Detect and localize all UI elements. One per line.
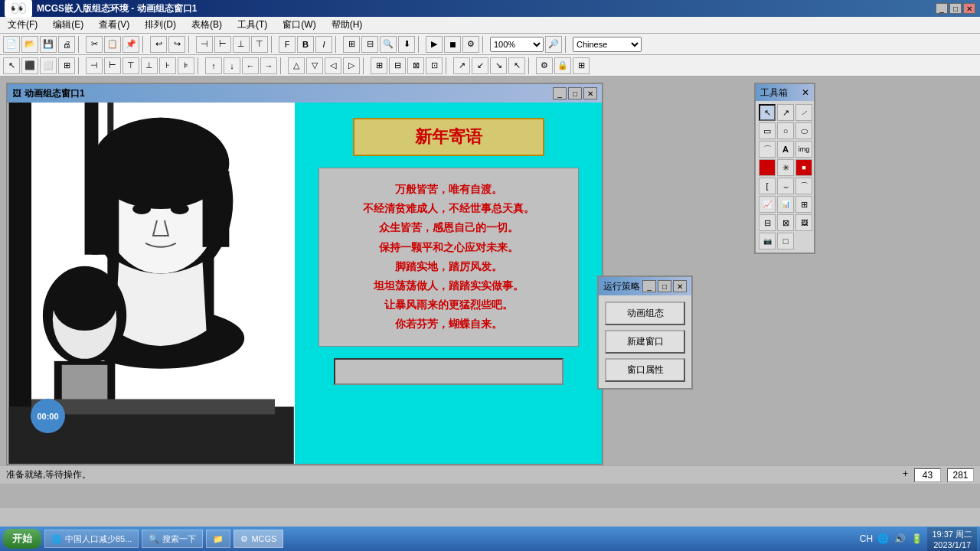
tool-chart-line[interactable]: 📈 xyxy=(759,196,776,213)
close-button[interactable]: ✕ xyxy=(963,3,975,14)
tool-grid2[interactable]: ⊟ xyxy=(759,214,776,231)
zoom-icon[interactable]: 🔎 xyxy=(545,36,562,53)
strategy-minimize[interactable]: _ xyxy=(642,280,656,292)
window-controls[interactable]: _ □ ✕ xyxy=(936,3,975,14)
tool-arc2[interactable]: ⌒ xyxy=(795,178,812,194)
tool5[interactable]: ⊣ xyxy=(86,57,103,74)
new-button[interactable]: 📄 xyxy=(3,36,20,53)
copy-button[interactable]: 📋 xyxy=(104,36,121,53)
tool6[interactable]: ⊢ xyxy=(104,57,121,74)
tool-picture[interactable]: 🖼 xyxy=(795,214,812,231)
tool15[interactable]: △ xyxy=(288,57,305,74)
tool-rect[interactable]: ▭ xyxy=(759,122,776,139)
window-properties-button[interactable]: 窗口属性 xyxy=(605,358,685,382)
tool19[interactable]: ⊞ xyxy=(371,57,387,74)
open-button[interactable]: 📂 xyxy=(21,36,38,53)
strategy-maximize[interactable]: □ xyxy=(658,280,671,292)
align-center-button[interactable]: ⊥ xyxy=(233,36,250,53)
redo-button[interactable]: ↪ xyxy=(168,36,185,53)
tool-chart-bar[interactable]: 📊 xyxy=(777,196,794,213)
minimize-button[interactable]: _ xyxy=(936,3,948,14)
tool25[interactable]: ↘ xyxy=(490,57,507,74)
snap-button[interactable]: ⊟ xyxy=(361,36,378,53)
menu-tools[interactable]: 工具(T) xyxy=(233,17,272,33)
tool-color2[interactable]: ✳ xyxy=(777,159,794,176)
tool17[interactable]: ◁ xyxy=(325,57,341,74)
tool4[interactable]: ⊞ xyxy=(58,57,75,74)
language-select[interactable]: Chinese English xyxy=(573,37,642,52)
strategy-controls[interactable]: _ □ ✕ xyxy=(642,280,687,292)
undo-button[interactable]: ↩ xyxy=(150,36,167,53)
cut-button[interactable]: ✂ xyxy=(86,36,103,53)
tool10[interactable]: ⊧ xyxy=(178,57,194,74)
tool-color3[interactable]: ■ xyxy=(795,159,812,176)
import-button[interactable]: ⬇ xyxy=(398,36,415,53)
tool26[interactable]: ↖ xyxy=(508,57,525,74)
start-button[interactable]: 开始 xyxy=(3,529,41,549)
zoom-in-button[interactable]: 🔍 xyxy=(380,36,397,53)
tool9[interactable]: ⊦ xyxy=(159,57,176,74)
maximize-button[interactable]: □ xyxy=(949,3,962,14)
tool-ellipse[interactable]: ⬭ xyxy=(795,122,812,139)
tool11[interactable]: ↑ xyxy=(205,57,222,74)
taskbar-item-explorer[interactable]: 📁 xyxy=(206,530,230,548)
align-top-button[interactable]: ⊤ xyxy=(251,36,268,53)
menu-arrange[interactable]: 排列(D) xyxy=(140,17,181,33)
tool13[interactable]: ← xyxy=(242,57,259,74)
paste-button[interactable]: 📌 xyxy=(122,36,139,53)
taskbar-item-mcgs[interactable]: ⚙ MCGS xyxy=(234,530,283,548)
taskbar-item-browser[interactable]: 🌐 中国人口减少85... xyxy=(44,530,139,548)
tool28[interactable]: 🔒 xyxy=(554,57,571,74)
compile-button[interactable]: ⚙ xyxy=(462,36,479,53)
tool8[interactable]: ⊥ xyxy=(141,57,158,74)
grid-snap-button[interactable]: ⊞ xyxy=(343,36,360,53)
stop-button[interactable]: ⏹ xyxy=(444,36,461,53)
tool-circle[interactable]: ○ xyxy=(777,122,794,139)
tool-object[interactable]: □ xyxy=(777,233,794,249)
anim-minimize-button[interactable]: _ xyxy=(553,87,567,99)
align-right-button[interactable]: ⊢ xyxy=(214,36,231,53)
print-button[interactable]: 🖨 xyxy=(58,36,75,53)
bottom-input-area[interactable] xyxy=(334,358,564,385)
tool3[interactable]: ⬜ xyxy=(40,57,57,74)
tool29[interactable]: ⊞ xyxy=(573,57,590,74)
tool7[interactable]: ⊤ xyxy=(122,57,139,74)
strategy-close[interactable]: ✕ xyxy=(673,280,687,292)
tool18[interactable]: ▷ xyxy=(343,57,360,74)
tool-picture2[interactable]: 📷 xyxy=(759,233,776,249)
tool24[interactable]: ↙ xyxy=(472,57,488,74)
tool-arc[interactable]: ⌒ xyxy=(759,141,776,158)
italic-button[interactable]: I xyxy=(315,36,332,53)
anim-maximize-button[interactable]: □ xyxy=(568,87,582,99)
menu-view[interactable]: 查看(V) xyxy=(94,17,134,33)
tool-grid3[interactable]: ⊠ xyxy=(777,214,794,231)
anim-close-button[interactable]: ✕ xyxy=(583,87,597,99)
new-window-button[interactable]: 新建窗口 xyxy=(605,330,685,354)
menu-window[interactable]: 窗口(W) xyxy=(278,17,320,33)
tool2[interactable]: ⬛ xyxy=(21,57,38,74)
bold-button[interactable]: B xyxy=(297,36,314,53)
tool-arrow[interactable]: ↗ xyxy=(777,104,794,121)
tool16[interactable]: ▽ xyxy=(306,57,323,74)
ch-indicator[interactable]: CH xyxy=(860,533,872,545)
taskbar-item-search[interactable]: 🔍 搜索一下 xyxy=(142,530,203,548)
menu-file[interactable]: 文件(F) xyxy=(3,17,42,33)
menu-help[interactable]: 帮助(H) xyxy=(327,17,368,33)
tool-pointer[interactable]: ↖ xyxy=(759,104,776,121)
tool-text[interactable]: A xyxy=(777,141,794,158)
zoom-select[interactable]: 100% 50% 75% 150% 200% xyxy=(490,37,544,52)
tool-color1[interactable] xyxy=(759,159,776,176)
tool-grid[interactable]: ⊞ xyxy=(795,196,812,213)
tool-bracket[interactable]: [ xyxy=(759,178,776,194)
tool-line[interactable]: ⟋ xyxy=(795,104,812,121)
tool12[interactable]: ↓ xyxy=(224,57,240,74)
tool20[interactable]: ⊟ xyxy=(389,57,406,74)
animation-state-button[interactable]: 动画组态 xyxy=(605,302,685,325)
tool27[interactable]: ⚙ xyxy=(536,57,553,74)
toolbox-close-button[interactable]: ✕ xyxy=(802,87,809,98)
tool23[interactable]: ↗ xyxy=(453,57,470,74)
align-left-button[interactable]: ⊣ xyxy=(196,36,213,53)
menu-edit[interactable]: 编辑(E) xyxy=(48,17,88,33)
tool14[interactable]: → xyxy=(260,57,277,74)
animation-window-controls[interactable]: _ □ ✕ xyxy=(553,87,597,99)
